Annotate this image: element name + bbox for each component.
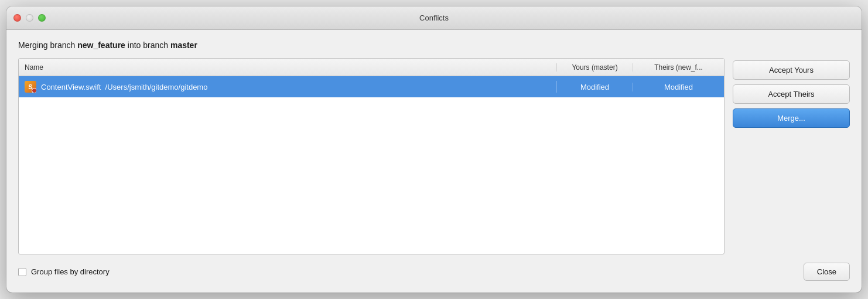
main-area: Name Yours (master) Theirs (new_f... Con… xyxy=(18,58,850,254)
conflicts-table: Name Yours (master) Theirs (new_f... Con… xyxy=(18,58,725,254)
conflicts-window: Conflicts Merging branch new_feature int… xyxy=(6,6,862,293)
column-header-yours: Yours (master) xyxy=(557,63,633,72)
close-window-button[interactable] xyxy=(13,14,21,22)
cell-yours-status: Modified xyxy=(557,83,633,91)
file-name-text: ContentView.swift /Users/jsmith/gitdemo/… xyxy=(41,83,207,91)
accept-yours-button[interactable]: Accept Yours xyxy=(733,60,850,80)
merge-button[interactable]: Merge... xyxy=(733,108,850,128)
window-content: Merging branch new_feature into branch m… xyxy=(6,30,862,293)
table-header: Name Yours (master) Theirs (new_f... xyxy=(19,59,724,76)
titlebar: Conflicts xyxy=(6,6,862,30)
merge-description: Merging branch new_feature into branch m… xyxy=(18,40,850,50)
group-by-directory-checkbox[interactable] xyxy=(18,268,26,276)
source-branch: new_feature xyxy=(77,40,125,50)
column-header-name: Name xyxy=(19,63,557,72)
minimize-window-button[interactable] xyxy=(26,14,33,22)
bottom-area: Group files by directory Close xyxy=(18,263,850,283)
merge-prefix: Merging branch xyxy=(18,40,77,50)
target-branch: master xyxy=(170,40,197,50)
accept-theirs-button[interactable]: Accept Theirs xyxy=(733,84,850,104)
actions-panel: Accept Yours Accept Theirs Merge... xyxy=(733,58,850,254)
column-header-theirs: Theirs (new_f... xyxy=(633,63,724,72)
close-button[interactable]: Close xyxy=(804,263,850,281)
swift-file-icon xyxy=(25,81,36,93)
window-title: Conflicts xyxy=(419,13,449,22)
table-body: ContentView.swift /Users/jsmith/gitdemo/… xyxy=(19,76,724,254)
cell-theirs-status: Modified xyxy=(633,83,724,91)
cell-file-name: ContentView.swift /Users/jsmith/gitdemo/… xyxy=(19,81,557,93)
maximize-window-button[interactable] xyxy=(38,14,46,22)
group-by-directory-label: Group files by directory xyxy=(31,267,110,276)
merge-middle: into branch xyxy=(125,40,170,50)
swift-badge xyxy=(32,88,36,93)
group-by-directory-checkbox-group[interactable]: Group files by directory xyxy=(18,267,110,276)
table-row[interactable]: ContentView.swift /Users/jsmith/gitdemo/… xyxy=(19,76,724,97)
traffic-lights xyxy=(13,14,46,22)
